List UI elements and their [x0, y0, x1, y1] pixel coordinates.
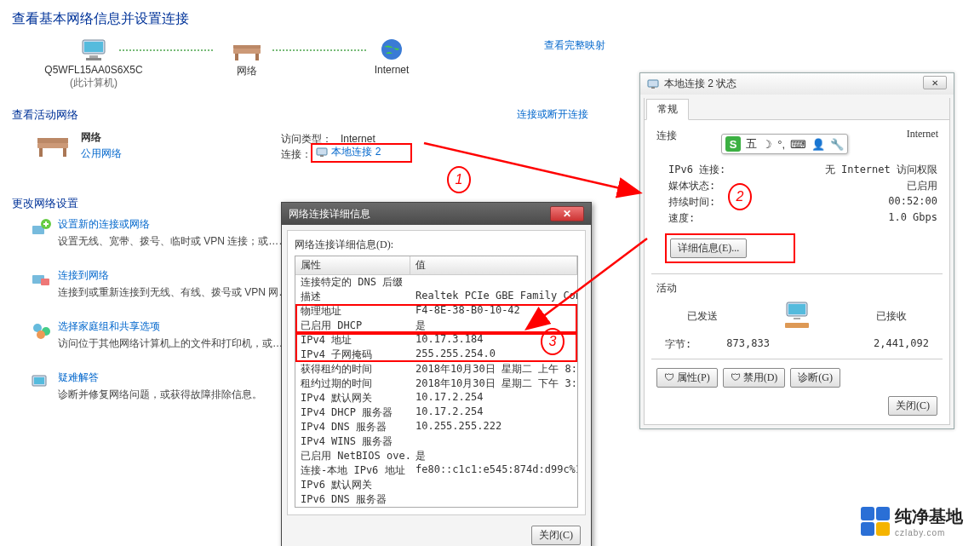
node-internet: Internet [341, 34, 443, 76]
table-row: IPv4 DNS 服务器10.255.255.222 [295, 420, 577, 434]
connection-details-window: 网络连接详细信息 ✕ 网络连接详细信息(D): 属性 值 连接特定的 DNS 后… [281, 202, 592, 546]
active-network-block: 网络 公用网络 访问类型： Internet 连接： 本地连接 2 [34, 128, 622, 175]
svg-rect-5 [235, 54, 238, 60]
svg-rect-16 [320, 155, 324, 157]
properties-button[interactable]: 🛡 属性(P) [656, 368, 718, 388]
svg-rect-31 [785, 323, 809, 328]
task-desc: 设置无线、宽带、拨号、临时或 VPN 连接；或…… [58, 234, 289, 249]
table-row: IPv6 DNS 服务器 [295, 492, 577, 507]
details-button[interactable]: 详细信息(E)... [670, 239, 747, 258]
activity-icon [780, 301, 814, 332]
tab-general[interactable]: 常规 [646, 99, 689, 120]
table-row: IPv4 默认网关10.17.2.254 [295, 391, 577, 405]
svg-rect-6 [255, 54, 259, 60]
table-row: IPv4 DHCP 服务器10.17.2.254 [295, 405, 577, 420]
task-title[interactable]: 选择家庭组和共享选项 [58, 319, 160, 334]
connections-row: 连接： 本地连接 2 [281, 147, 412, 163]
svg-rect-2 [89, 55, 98, 58]
ime-item[interactable]: ☽ [762, 138, 772, 151]
ime-toolbar[interactable]: S 五 ☽ °, ⌨ 👤 🔧 [721, 134, 848, 154]
network-label: 网络 [196, 64, 298, 78]
details-close-button[interactable]: ✕ [550, 206, 584, 221]
svg-rect-13 [63, 148, 66, 157]
activity-labels: 已发送 已接收 [656, 301, 937, 332]
bytes-row: 字节: 873,833 2,441,092 [656, 337, 937, 352]
svg-rect-20 [41, 279, 49, 285]
ime-item[interactable]: ⌨ [790, 138, 806, 151]
change-settings-label: 更改网络设置 [12, 196, 78, 211]
status-titlebar: 本地连接 2 状态 ✕ [640, 73, 954, 95]
task-desc: 诊断并修复网络问题，或获得故障排除信息。 [58, 388, 262, 402]
table-row: 连接特定的 DNS 后缀 [295, 275, 577, 290]
view-active-networks-label: 查看活动网络 [12, 107, 78, 123]
table-row: 获得租约的时间2018年10月30日 星期二 上午 8:1 [295, 362, 577, 376]
section-activity: 活动 [656, 281, 937, 296]
watermark: 纯净基地 czlaby.com [861, 505, 963, 537]
public-network-link[interactable]: 公用网络 [81, 147, 122, 161]
task-title[interactable]: 疑难解答 [58, 371, 99, 385]
node-computer: Q5WFL15AA0S6X5C (此计算机) [43, 34, 145, 90]
svg-rect-15 [317, 148, 327, 155]
local-connection-link[interactable]: 本地连接 2 [311, 143, 412, 163]
duration-row: 持续时间:00:52:00 [656, 194, 937, 210]
svg-rect-1 [84, 42, 103, 52]
adapter-icon [647, 79, 659, 89]
status-title-text: 本地连接 2 状态 [664, 77, 736, 91]
ime-mode[interactable]: 五 [746, 136, 757, 152]
ime-logo-icon: S [725, 136, 741, 152]
connection-status-window: 本地连接 2 状态 ✕ 常规 连接 -- IPv6 连接:无 Internet … [639, 72, 954, 429]
col-value: 值 [410, 256, 577, 274]
status-close-button[interactable]: ✕ [923, 76, 947, 89]
details-close-bottom-button[interactable]: 关闭(C) [531, 526, 581, 545]
network-name: 网络 [81, 130, 101, 145]
table-row: IPv4 子网掩码255.255.254.0 [295, 348, 577, 362]
col-property: 属性 [295, 256, 410, 274]
svg-rect-25 [34, 377, 44, 384]
disable-button[interactable]: 🛡 禁用(D) [723, 368, 786, 388]
table-row: IPv4 地址10.17.3.184 [295, 333, 577, 348]
svg-rect-14 [37, 138, 68, 143]
table-row: 已启用 NetBIOS ove...是 [295, 449, 577, 463]
watermark-url: czlaby.com [895, 528, 963, 537]
svg-rect-4 [233, 49, 261, 54]
node-network: 网络 [196, 34, 298, 78]
task-title[interactable]: 连接到网络 [58, 268, 109, 283]
svg-rect-11 [37, 143, 68, 148]
page-title: 查看基本网络信息并设置连接 [12, 10, 189, 28]
details-table: 属性 值 连接特定的 DNS 后缀描述Realtek PCIe GBE Fami… [295, 256, 578, 508]
svg-rect-3 [86, 58, 101, 60]
ipv4-value: Internet [907, 128, 938, 141]
svg-point-8 [381, 39, 402, 60]
media-row: 媒体状态:已启用 [656, 178, 937, 194]
internet-label: Internet [341, 64, 443, 76]
ipv6-row: IPv6 连接:无 Internet 访问权限 [656, 162, 937, 178]
network-map: Q5WFL15AA0S6X5C (此计算机) 网络 Internet [43, 34, 622, 94]
watermark-logo-icon [861, 507, 890, 536]
task-title[interactable]: 设置新的连接或网络 [58, 217, 150, 232]
computer-sub: (此计算机) [43, 76, 145, 90]
troubleshoot-icon [31, 371, 53, 395]
connect-icon [31, 268, 53, 293]
ime-item[interactable]: 🔧 [830, 138, 844, 151]
task-desc: 访问位于其他网络计算机上的文件和打印机，或…… [58, 336, 293, 351]
table-row: IPv6 默认网关 [295, 478, 577, 492]
connect-disconnect-link[interactable]: 连接或断开连接 [517, 107, 588, 122]
adapter-icon [316, 147, 328, 158]
svg-rect-26 [648, 80, 658, 87]
svg-rect-27 [651, 87, 655, 89]
table-row: 已启用 DHCP是 [295, 319, 577, 333]
annotation-1: 1 [447, 166, 471, 193]
svg-point-23 [37, 330, 45, 339]
table-row: 物理地址F4-8E-38-B0-10-42 [295, 304, 577, 319]
table-row: 描述Realtek PCIe GBE Family Contro [295, 290, 577, 304]
ime-item[interactable]: °, [777, 138, 785, 151]
diagnose-button[interactable]: 诊断(G) [790, 368, 840, 388]
ime-item[interactable]: 👤 [811, 138, 825, 151]
homegroup-icon [31, 319, 53, 344]
details-label: 网络连接详细信息(D): [295, 238, 578, 252]
svg-rect-29 [788, 304, 805, 314]
see-full-map-link[interactable]: 查看完整映射 [544, 38, 605, 53]
status-close-bottom-button[interactable]: 关闭(C) [888, 396, 937, 416]
table-row: 连接-本地 IPv6 地址fe80::c1c1:e545:874d:d99c%1… [295, 463, 577, 478]
computer-name: Q5WFL15AA0S6X5C [43, 64, 145, 76]
